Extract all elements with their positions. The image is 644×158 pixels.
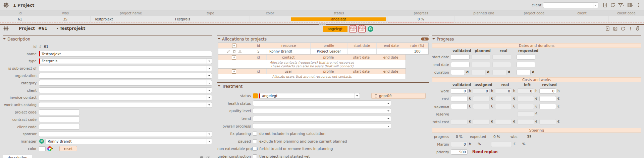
new-item-icon[interactable] bbox=[605, 26, 610, 31]
tab-description[interactable]: description bbox=[3, 155, 32, 158]
allocation-count-badge[interactable]: 1 bbox=[421, 37, 429, 41]
column-header-type[interactable]: type bbox=[171, 10, 250, 16]
unassign-scissors-icon[interactable] bbox=[238, 50, 242, 53]
organization-select[interactable] bbox=[39, 73, 212, 79]
work-units-catalog-select[interactable] bbox=[39, 102, 212, 108]
column-header-planned-end[interactable]: planned end bbox=[454, 10, 513, 16]
start-date-real-field bbox=[492, 54, 511, 60]
work-revised-input[interactable]: 0 bbox=[539, 88, 556, 94]
name-input[interactable] bbox=[39, 51, 212, 57]
project-number: #61 bbox=[38, 26, 47, 31]
column-header-client-code[interactable]: client code bbox=[609, 10, 644, 16]
start-date-validated-input[interactable] bbox=[451, 54, 470, 60]
refresh-icon[interactable] bbox=[621, 26, 626, 31]
project-code-input[interactable] bbox=[39, 109, 80, 115]
column-header-wbs[interactable]: wbs bbox=[40, 10, 91, 16]
under-construction-checkbox[interactable] bbox=[253, 154, 257, 158]
settings-gear-icon[interactable] bbox=[3, 2, 9, 8]
expense-revised-input[interactable] bbox=[539, 104, 556, 109]
end-date-validated-input[interactable] bbox=[451, 62, 470, 67]
total-cost-revised-field bbox=[539, 119, 556, 125]
total-cost-real-field bbox=[495, 119, 512, 125]
paused-checkbox[interactable] bbox=[253, 139, 257, 143]
column-header-progress[interactable]: progress bbox=[387, 10, 454, 16]
manager-select[interactable]: Ronny Brandt bbox=[46, 139, 212, 144]
avatar[interactable]: R bbox=[367, 26, 374, 32]
attachment-paperclip-icon[interactable] bbox=[635, 26, 641, 31]
save-icon[interactable] bbox=[613, 26, 618, 31]
print-icon[interactable] bbox=[199, 156, 204, 158]
column-header-color[interactable]: color bbox=[250, 10, 290, 16]
work-validated-input[interactable]: 0 bbox=[451, 88, 468, 94]
delete-trash-icon[interactable] bbox=[232, 50, 236, 53]
client-filter-select[interactable] bbox=[543, 2, 598, 8]
column-header-project-name[interactable]: project name bbox=[91, 10, 171, 16]
status-select[interactable]: angelegt bbox=[259, 93, 360, 99]
kebab-menu-icon[interactable] bbox=[636, 3, 641, 7]
column-header-project-code[interactable]: project code bbox=[513, 10, 555, 16]
check-in-icon bbox=[374, 94, 377, 98]
description-tab-row: description bbox=[3, 153, 212, 158]
cost-row: cost € € € € € bbox=[432, 95, 641, 102]
parent-project-select[interactable] bbox=[39, 66, 212, 71]
column-header-id[interactable]: id bbox=[0, 10, 40, 16]
color-swatch[interactable] bbox=[39, 146, 46, 151]
client-code-input[interactable] bbox=[39, 124, 80, 130]
expense-validated-input[interactable] bbox=[451, 104, 468, 109]
treatment-panel-title[interactable]: Treatment bbox=[217, 84, 243, 89]
cell-planned-end bbox=[454, 16, 513, 22]
description-panel-title[interactable]: Description bbox=[3, 37, 30, 42]
chevron-down-icon bbox=[207, 95, 212, 100]
filter-menu-button[interactable] bbox=[618, 2, 625, 8]
end-date-requested-input[interactable] bbox=[517, 62, 535, 67]
total-cost-assigned-field bbox=[473, 119, 490, 125]
status-color-swatch[interactable] bbox=[253, 93, 258, 98]
priority-input[interactable]: 500 bbox=[451, 149, 468, 155]
client-select[interactable] bbox=[39, 87, 212, 93]
quality-level-select[interactable] bbox=[253, 108, 391, 114]
allocations-panel-title[interactable]: Allocations to projects bbox=[217, 37, 267, 42]
cell-project-name[interactable]: Testprojekt bbox=[91, 16, 171, 22]
field-row-overall-progress: overall progress bbox=[217, 122, 429, 130]
contract-code-input[interactable] bbox=[39, 116, 80, 122]
overall-progress-select[interactable] bbox=[253, 123, 391, 129]
field-row-contract-code: contract code bbox=[3, 116, 212, 123]
settings-gear-icon[interactable] bbox=[3, 26, 9, 31]
resource-name[interactable]: Ronny Brandt bbox=[267, 49, 311, 54]
checked-status-chip[interactable]: geprüft bbox=[371, 93, 426, 99]
edit-pencil-icon[interactable] bbox=[227, 50, 230, 53]
grid-view-icon[interactable] bbox=[206, 156, 211, 158]
type-select[interactable]: Festpreis bbox=[39, 58, 212, 64]
field-row-project-code: project code bbox=[3, 108, 212, 116]
start-date-requested-input[interactable] bbox=[517, 54, 535, 60]
reset-color-button[interactable]: reset bbox=[59, 146, 77, 151]
field-row-non-extendable: non extendable project forbid to add or … bbox=[217, 145, 429, 153]
new-item-icon[interactable] bbox=[602, 2, 608, 8]
progress-panel-title[interactable]: Progress bbox=[432, 37, 454, 42]
column-header-client[interactable]: client bbox=[555, 10, 609, 16]
add-resource-button[interactable] bbox=[232, 44, 236, 48]
duration-validated-input[interactable] bbox=[451, 70, 465, 75]
add-contact-button[interactable] bbox=[232, 55, 236, 60]
duration-requested-input[interactable] bbox=[517, 70, 531, 75]
invoice-contact-select[interactable] bbox=[39, 95, 212, 100]
project-list-row[interactable]: 61 35 Testprojekt Festpreis angelegt 0 % bbox=[0, 16, 644, 23]
cost-validated-input[interactable] bbox=[451, 96, 468, 101]
kebab-menu-icon[interactable] bbox=[628, 26, 633, 31]
category-select[interactable] bbox=[39, 80, 212, 86]
health-status-select[interactable] bbox=[253, 100, 391, 106]
trend-select[interactable] bbox=[253, 116, 391, 122]
columns-menu-button[interactable] bbox=[627, 2, 634, 8]
fix-planning-checkbox[interactable] bbox=[253, 132, 257, 136]
cost-revised-input[interactable] bbox=[539, 96, 556, 101]
field-row-quality-level: quality level bbox=[217, 107, 429, 115]
field-row-client-code: client code bbox=[3, 123, 212, 131]
chevron-down-icon bbox=[623, 5, 625, 7]
column-header-status[interactable]: status bbox=[290, 10, 387, 16]
field-row-invoice-contact: invoice contact bbox=[3, 94, 212, 101]
refresh-icon[interactable] bbox=[610, 2, 615, 8]
non-extendable-checkbox[interactable] bbox=[253, 147, 257, 151]
add-user-button[interactable] bbox=[232, 69, 236, 74]
field-row-paused: paused exclude from planning and purge c… bbox=[217, 138, 429, 145]
sponsor-select[interactable] bbox=[39, 131, 212, 137]
